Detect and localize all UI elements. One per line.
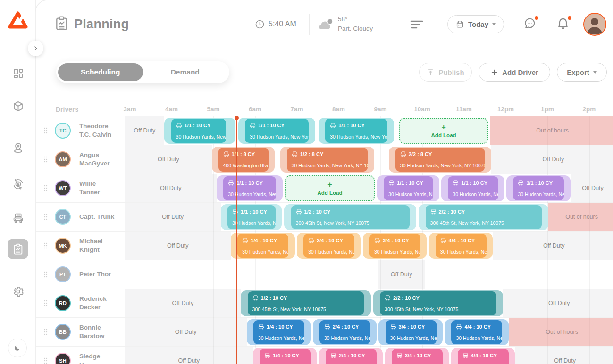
job-title: 2/4 : 10 CY [330, 353, 372, 358]
drag-handle[interactable] [43, 127, 48, 134]
drag-handle[interactable] [43, 357, 48, 364]
job-block[interactable]: 2/2 : 10 CY300 45th St, New York, NY 100… [426, 205, 542, 229]
hour-label: 9am [364, 106, 397, 113]
job-block[interactable]: 1/2 : 8 CY30 Hudson Yards, New York, NY … [287, 148, 368, 172]
job-address: 30 Hudson Yards, New York, NY 10075 [228, 191, 271, 197]
driver-row: AMAngusMacGyverOff Duty1/1 : 8 CY400 Was… [0, 145, 613, 174]
drag-handle[interactable] [43, 184, 48, 192]
job-block[interactable]: 1/2 : 10 CY300 45th St, New York, NY 100… [291, 205, 410, 229]
date-selector-label: Today [468, 20, 488, 28]
job-block[interactable]: 2/2 : 10 CY300 45th St, New York, NY 100… [380, 291, 496, 315]
planning-page: Planning 5:40 AM 58° Part. Cloudy Today … [0, 0, 613, 364]
job-block[interactable]: 1/1 : 10 CY30 Hudson Yards, New York, NY… [448, 176, 498, 200]
sidebar-item-dashboard[interactable] [10, 66, 25, 81]
add-icon: + [441, 124, 445, 131]
truck-icon [462, 353, 469, 358]
truck-icon [264, 353, 270, 358]
driver-avatar: WT [55, 180, 71, 196]
sidebar-expand-button[interactable] [28, 41, 43, 56]
job-block[interactable]: 1/1 : 10 CY30 Hudson Yards, New York, NY… [245, 119, 309, 143]
dashboard-grid-icon [12, 67, 25, 80]
job-block[interactable]: 1/1 : 10 CY30 Hudson Yards, New York, NY… [513, 176, 564, 200]
job-block[interactable]: 3/4 : 10 CY30 Hudson Yards, New York, NY… [392, 349, 443, 364]
job-address: 30 Hudson Yards, New York, NY 10075 [292, 163, 363, 168]
export-button[interactable]: Export [557, 63, 607, 82]
publish-button[interactable]: Publish [419, 63, 472, 82]
drag-handle[interactable] [43, 213, 48, 221]
job-block[interactable]: 1/1 : 10 CY30 Hudson Yards, New York, NY… [384, 176, 433, 200]
add-driver-button[interactable]: Add Driver [479, 63, 550, 82]
job-block[interactable]: 1/1 : 10 CY30 Hudson Yards, New York, NY… [223, 176, 276, 200]
hour-label: 7am [280, 106, 313, 113]
job-title: 1/4 : 10 CY [258, 324, 300, 330]
truck-icon [228, 180, 234, 186]
job-block[interactable]: 1/4 : 10 CY30 Hudson Yards, New York, NY… [260, 349, 311, 364]
job-block[interactable]: 1/2 : 10 CY300 45th St, New York, NY 100… [248, 291, 364, 315]
schedule-rows: TCTheodoreT.C. CalvinOff Duty1/1 : 10 CY… [0, 116, 613, 364]
driver-name: MichaelKnight [79, 237, 103, 254]
job-title: 3/4 : 10 CY [396, 353, 438, 358]
drag-handle[interactable] [43, 328, 48, 336]
job-block[interactable]: 1/1 : 8 CY400 Washington Blvd [218, 148, 269, 172]
job-block[interactable]: 3/4 : 10 CY30 Hudson Yards, New York, NY… [369, 234, 420, 258]
job-block[interactable]: 3/4 : 10 CY30 Hudson Yards, New York, NY… [386, 320, 437, 344]
calendar-icon [455, 20, 464, 29]
truck-icon [223, 151, 229, 157]
add-load-button[interactable]: +Add Load [399, 118, 488, 144]
job-title: 1/1 : 10 CY [250, 123, 304, 128]
notification-dot [568, 16, 571, 20]
add-load-label: Add Load [431, 132, 456, 138]
page-title-icon [53, 15, 70, 32]
notifications-button[interactable] [556, 16, 572, 32]
sidebar-item-billing[interactable] [10, 176, 25, 191]
avatar-photo [584, 14, 605, 34]
sidebar-item-fleet[interactable] [10, 210, 25, 225]
driver-row: TCTheodoreT.C. CalvinOff Duty1/1 : 10 CY… [0, 116, 613, 145]
truck-icon [330, 123, 336, 128]
job-block[interactable]: 4/4 : 10 CY30 Hudson Yards, New York, NY… [451, 320, 502, 344]
chevron-down-icon [593, 71, 597, 74]
truck-icon [308, 238, 314, 243]
drag-handle[interactable] [43, 299, 48, 307]
driver-avatar: AM [55, 151, 71, 167]
out-of-hours-segment: Out of hours [509, 318, 613, 346]
job-block[interactable]: 1/1 : 10 CY30 Hudson Yards, New York, NY… [171, 119, 227, 143]
job-block[interactable]: 1/4 : 10 CY30 Hudson Yards, New York, NY… [237, 234, 288, 258]
job-block[interactable]: 2/4 : 10 CY30 Hudson Yards, New York, NY… [303, 234, 354, 258]
job-block[interactable]: 1/4 : 10 CY30 Hudson Yards, New York, NY… [253, 320, 304, 344]
tab-scheduling[interactable]: Scheduling [58, 63, 143, 81]
job-address: 300 45th St, New York, NY 10075 [430, 220, 537, 226]
sidebar-item-planning[interactable] [8, 239, 28, 259]
sidebar-item-locations[interactable] [10, 140, 25, 155]
add-load-button[interactable]: +Add Load [285, 175, 374, 201]
job-title: 1/2 : 10 CY [296, 209, 405, 215]
truck-icon [176, 123, 182, 128]
job-block[interactable]: 2/4 : 10 CY30 Hudson Yards, New York, NY… [319, 320, 370, 344]
drag-handle[interactable] [43, 271, 48, 278]
sidebar-item-settings[interactable] [10, 284, 25, 299]
dark-mode-toggle[interactable] [8, 339, 27, 357]
gear-icon [12, 285, 25, 298]
page-title: Planning [74, 17, 129, 32]
job-block[interactable]: 4/4 : 10 CY30 Hudson Yards, New York, NY… [458, 349, 509, 364]
job-block[interactable]: 2/4 : 10 CY30 Hudson Yards, New York, NY… [326, 349, 377, 364]
sidebar-item-packages[interactable] [10, 99, 25, 114]
filter-button[interactable] [410, 19, 424, 30]
hour-label: 11am [447, 106, 480, 113]
driver-avatar: TC [55, 123, 71, 139]
tab-demand[interactable]: Demand [143, 63, 228, 81]
export-label: Export [567, 68, 589, 76]
drag-handle[interactable] [43, 242, 48, 249]
drag-handle[interactable] [43, 156, 48, 163]
off-duty-segment: Off Duty [515, 347, 613, 364]
job-title: 4/4 : 10 CY [440, 238, 482, 243]
job-block[interactable]: 1/1 : 10 CY30 Hudson Yards, New York, NY… [227, 205, 276, 229]
job-block[interactable]: 1/1 : 10 CY30 Hudson Yards, New York, NY… [325, 119, 387, 143]
job-address: 300 45th St, New York, NY 10075 [252, 306, 360, 312]
truck-icon [324, 324, 330, 330]
user-avatar[interactable] [583, 13, 606, 36]
job-block[interactable]: 2/2 : 8 CY30 Hudson Yards, New York, NY … [395, 148, 485, 172]
messages-button[interactable] [523, 16, 539, 32]
job-block[interactable]: 4/4 : 10 CY30 Hudson Yards, New York, NY… [436, 234, 487, 258]
date-selector-button[interactable]: Today [447, 15, 504, 33]
